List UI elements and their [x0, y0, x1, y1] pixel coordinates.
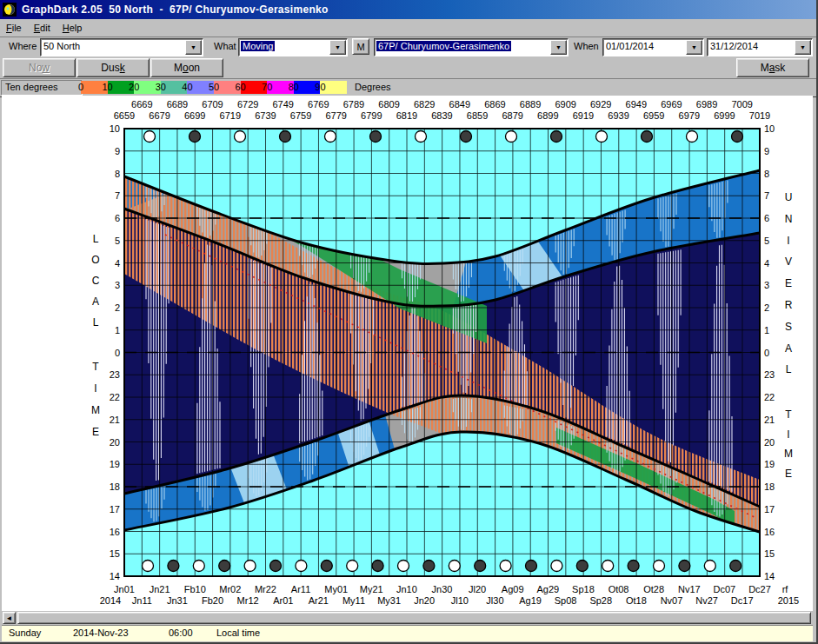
axis-label: Ar11 [285, 584, 316, 594]
axis-label: My31 [374, 595, 405, 606]
date-from-combobox[interactable]: 01/01/2014 ▼ [602, 38, 704, 56]
hour-label-left: 8 [97, 169, 120, 179]
horizontal-scrollbar[interactable]: ◄ [2, 611, 813, 625]
hour-label-left: 17 [97, 504, 120, 515]
hour-label-left: 10 [97, 123, 120, 134]
status-time-label: Local time [216, 627, 260, 638]
title-bar[interactable]: GraphDark 2.05 50 North - 67P/ Churyumov… [0, 0, 818, 19]
scroll-left-arrow-icon[interactable]: ◄ [3, 612, 16, 624]
axis-label: 6809 [374, 99, 405, 110]
axis-label: Jn21 [144, 584, 176, 594]
date-to-value: 31/12/2014 [710, 41, 795, 51]
moon-button[interactable]: Moon [150, 58, 223, 77]
axis-label: Nv27 [691, 595, 722, 606]
axis-label: Jl20 [462, 584, 493, 594]
date-to-combobox[interactable]: 31/12/2014 ▼ [707, 38, 813, 56]
hour-label-right: 8 [764, 169, 787, 179]
full-moon-icon [449, 561, 460, 572]
axis-label: E [783, 277, 794, 289]
legend-tick: 10 [99, 81, 116, 94]
app-icon [3, 3, 17, 17]
axis-label: 6659 [109, 110, 140, 121]
where-combobox[interactable]: 50 North ▼ [40, 38, 203, 56]
axis-label: 6849 [444, 99, 476, 110]
menu-item-edit[interactable]: Edit [28, 21, 57, 35]
hour-label-left: 7 [97, 190, 120, 201]
new-moon-icon [730, 561, 742, 572]
hour-label-right: 10 [764, 123, 787, 134]
axis-label: 6999 [708, 110, 740, 121]
new-moon-icon [461, 131, 472, 143]
legend-tick: 30 [152, 81, 170, 94]
axis-label: Ot18 [621, 595, 652, 606]
full-moon-icon [193, 561, 204, 572]
axis-label: 6699 [179, 110, 210, 121]
new-moon-icon [280, 131, 291, 143]
mask-button[interactable]: Mask [736, 58, 809, 77]
legend-left-label: Ten degrees [1, 80, 83, 96]
scrollbar-thumb[interactable] [17, 612, 811, 624]
axis-label: 6939 [603, 110, 635, 121]
axis-label: 6739 [249, 110, 281, 121]
axis-label: 6899 [532, 110, 563, 121]
full-moon-icon [296, 561, 307, 572]
now-button[interactable]: Now [3, 58, 76, 77]
axis-label: 6879 [497, 110, 529, 121]
full-moon-icon [416, 131, 427, 143]
axis-label: Ag29 [532, 584, 563, 594]
axis-label: 6979 [674, 110, 705, 121]
axis-label: Mr02 [215, 584, 246, 594]
axis-label: Ot08 [603, 584, 635, 594]
chevron-down-icon[interactable]: ▼ [795, 40, 811, 55]
new-moon-icon [321, 561, 332, 572]
axis-label: My11 [338, 595, 369, 606]
what-combobox[interactable]: Moving ▼ [238, 38, 348, 56]
axis-label: 6949 [621, 99, 652, 110]
axis-label: 6729 [232, 99, 263, 110]
axis-label: Jl10 [444, 595, 476, 606]
axis-label: 6779 [321, 110, 352, 121]
where-label: Where [9, 41, 37, 51]
legend-tick: 60 [232, 81, 249, 94]
hour-label-left: 9 [97, 146, 120, 156]
axis-label: Jn01 [109, 584, 140, 594]
legend-row: Ten degrees Degrees 0102030405060708090 [0, 78, 818, 97]
hour-label-left: 0 [97, 348, 120, 358]
chevron-down-icon[interactable]: ▼ [185, 40, 202, 55]
what-label: What [214, 41, 236, 51]
axis-label: Jl30 [479, 595, 510, 606]
axis-label: Fb10 [179, 584, 210, 594]
axis-label: 6919 [568, 110, 599, 121]
axis-label: Dc17 [727, 595, 758, 606]
axis-label: Jn30 [427, 584, 458, 594]
axis-label: My21 [356, 584, 387, 594]
chevron-down-icon[interactable]: ▼ [550, 40, 567, 55]
hour-label-left: 19 [97, 459, 120, 469]
axis-label: S [783, 321, 794, 333]
m-button[interactable]: M [352, 38, 369, 55]
status-date: 2014-Nov-23 [73, 627, 129, 638]
darkness-graph[interactable] [2, 96, 813, 611]
menu-item-file[interactable]: File [0, 21, 28, 35]
full-moon-icon [143, 561, 154, 572]
menu-item-help[interactable]: Help [57, 21, 89, 35]
new-moon-icon [642, 131, 653, 143]
full-moon-icon [506, 131, 517, 143]
axis-label: 7019 [744, 110, 775, 121]
new-moon-icon [168, 561, 179, 572]
axis-label: E [783, 468, 794, 480]
axis-label: 6989 [691, 99, 722, 110]
date-from-value: 01/01/2014 [606, 41, 686, 51]
axis-label: 6909 [550, 99, 582, 110]
axis-label: R [783, 299, 794, 311]
axis-label: 6709 [197, 99, 229, 110]
axis-label: 6759 [285, 110, 316, 121]
axis-label: Ar01 [268, 595, 299, 606]
dusk-button[interactable]: Dusk [76, 58, 150, 77]
chevron-down-icon[interactable]: ▼ [686, 40, 702, 55]
axis-label: Mr22 [249, 584, 281, 594]
object-combobox[interactable]: 67P/ Churyumov-Gerasimenko ▼ [374, 38, 569, 56]
chevron-down-icon[interactable]: ▼ [329, 40, 346, 55]
full-moon-icon [398, 561, 409, 572]
axis-label: L [90, 233, 101, 245]
